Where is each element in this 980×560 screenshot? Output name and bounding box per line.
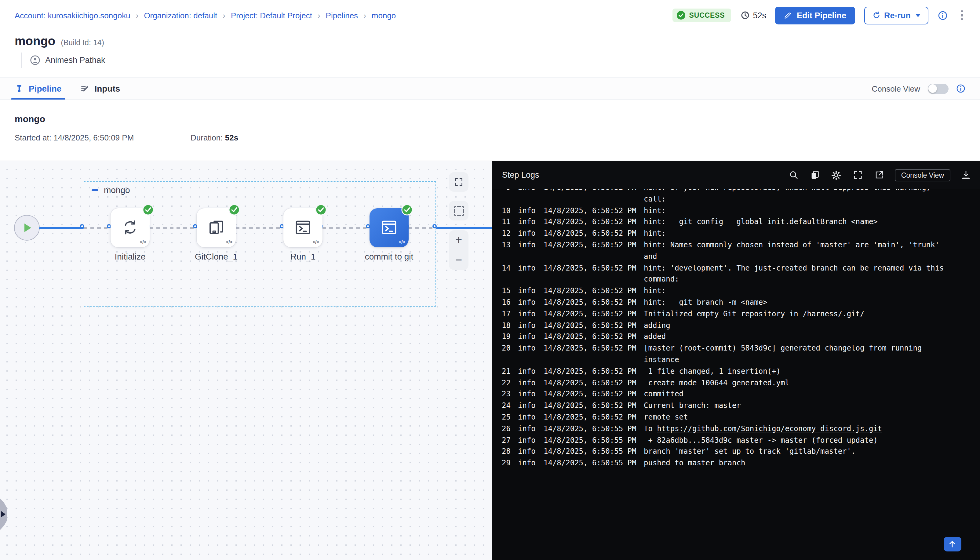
log-level: info (518, 366, 536, 377)
terminal-icon (379, 218, 399, 237)
success-check-icon (315, 204, 327, 215)
inputs-icon (80, 84, 90, 93)
log-level: info (518, 262, 536, 285)
build-id: (Build Id: 14) (61, 38, 104, 47)
log-line-number: 23 (500, 389, 511, 400)
pipeline-step-node[interactable]: </> (370, 208, 408, 247)
fullscreen-button[interactable] (449, 172, 468, 192)
breadcrumb-separator: › (318, 11, 320, 20)
duration-text: 52s (753, 11, 766, 20)
more-options-button[interactable] (957, 8, 967, 23)
log-timestamp: 14/8/2025, 6:50:52 PM (543, 205, 637, 217)
console-view-label: Console View (872, 84, 920, 93)
info-icon[interactable] (955, 84, 965, 93)
arrow-right-icon (1, 511, 5, 517)
success-check-icon (401, 204, 413, 215)
log-row: 29 info 14/8/2025, 6:50:55 PM pushed to … (500, 457, 980, 469)
log-level: info (518, 331, 536, 343)
log-row: 15 info 14/8/2025, 6:50:52 PM hint: (500, 285, 980, 297)
copy-icon[interactable] (810, 170, 821, 180)
connector-line (436, 227, 492, 229)
log-message: added (644, 331, 952, 343)
log-timestamp: 14/8/2025, 6:50:52 PM (543, 389, 637, 400)
log-timestamp: 14/8/2025, 6:50:52 PM (543, 320, 637, 331)
started-at: Started at: 14/8/2025, 6:50:09 PM (15, 133, 190, 142)
log-line-number: 27 (500, 435, 511, 446)
info-icon[interactable] (938, 10, 948, 20)
zoom-out-button[interactable]: − (449, 250, 468, 270)
log-row: 18 info 14/8/2025, 6:50:52 PM adding (500, 320, 980, 331)
log-row: 17 info 14/8/2025, 6:50:52 PM Initialize… (500, 308, 980, 320)
edit-pipeline-button[interactable]: Edit Pipeline (775, 7, 855, 24)
toggle-knob (928, 84, 937, 93)
log-row: 10 info 14/8/2025, 6:50:52 PM hint: (500, 205, 980, 217)
marquee-select-button[interactable] (449, 201, 468, 220)
log-message: hint: (644, 228, 952, 239)
log-link[interactable]: https://github.com/Sonichigo/economy-dis… (657, 424, 882, 433)
log-message: To https://github.com/Sonichigo/economy-… (644, 423, 952, 435)
log-line-number: 9 (500, 189, 511, 205)
fullscreen-icon (454, 177, 463, 187)
tab-inputs[interactable]: Inputs (80, 78, 120, 100)
zoom-in-button[interactable]: + (449, 230, 468, 250)
log-row: 27 info 14/8/2025, 6:50:55 PM + 82a6dbb.… (500, 435, 980, 446)
log-row: 25 info 14/8/2025, 6:50:52 PM remote set (500, 412, 980, 423)
main-area: mongo </> In (0, 161, 980, 560)
code-glyph: </> (226, 239, 232, 245)
breadcrumb-link[interactable]: Project: Default Project (231, 11, 312, 20)
pipeline-step-node[interactable]: </> (197, 208, 236, 247)
scroll-to-top-button[interactable] (943, 537, 961, 552)
pipeline-execution-page: Account: kurosakiichigo.songoku›Organiza… (0, 0, 980, 560)
pipeline-step-node[interactable]: </> (283, 208, 322, 247)
expand-fullscreen-icon[interactable] (852, 170, 863, 180)
log-level: info (518, 435, 536, 446)
pipeline-start-node[interactable] (14, 215, 40, 241)
log-timestamp: 14/8/2025, 6:50:52 PM (543, 308, 637, 320)
log-timestamp: 14/8/2025, 6:50:52 PM (543, 377, 637, 389)
log-timestamp: 14/8/2025, 6:50:52 PM (543, 366, 637, 377)
pipeline-graph-canvas[interactable]: mongo </> In (0, 161, 492, 560)
log-message: branch 'master' set up to track 'gitlab/… (644, 446, 952, 458)
log-timestamp: 14/8/2025, 6:50:52 PM (543, 331, 637, 343)
log-line-number: 20 (500, 343, 511, 365)
breadcrumb-separator: › (223, 11, 225, 20)
connector-line (84, 227, 110, 229)
log-level: info (518, 423, 536, 435)
collapse-icon[interactable] (92, 189, 98, 191)
console-view-toggle[interactable] (927, 83, 948, 94)
download-icon[interactable] (960, 170, 972, 180)
arrow-up-icon (948, 540, 957, 548)
breadcrumb-link[interactable]: mongo (372, 11, 396, 20)
log-line-number: 10 (500, 205, 511, 217)
log-line-number: 19 (500, 331, 511, 343)
connector-line (236, 227, 283, 229)
rerun-button[interactable]: Re-run (864, 7, 928, 24)
status-text: SUCCESS (689, 12, 725, 19)
tab-pipeline[interactable]: Pipeline (15, 78, 62, 100)
log-timestamp: 14/8/2025, 6:50:52 PM (543, 262, 637, 285)
log-timestamp: 14/8/2025, 6:50:55 PM (543, 457, 637, 469)
log-level: info (518, 457, 536, 469)
settings-gear-icon[interactable] (831, 170, 842, 180)
page-title: mongo (15, 34, 55, 48)
log-row: 20 info 14/8/2025, 6:50:52 PM [master (r… (500, 343, 980, 365)
open-external-icon[interactable] (874, 170, 885, 180)
log-row: 22 info 14/8/2025, 6:50:52 PM create mod… (500, 377, 980, 389)
log-message: hint: git config --global init.defaultBr… (644, 217, 952, 228)
breadcrumb-link[interactable]: Pipelines (326, 11, 358, 20)
log-row: 19 info 14/8/2025, 6:50:52 PM added (500, 331, 980, 343)
log-message: hint: Names commonly chosen instead of '… (644, 239, 952, 262)
log-row: 9 info 14/8/2025, 6:50:52 PM hint: of yo… (500, 189, 980, 205)
marquee-icon (454, 206, 463, 215)
success-check-icon (228, 204, 240, 215)
search-icon[interactable] (788, 170, 799, 180)
stage-group-header[interactable]: mongo (92, 185, 130, 195)
step-logs-panel: Step Logs Console View 9 info 14/8/2025,… (492, 161, 980, 560)
breadcrumb-link[interactable]: Account: kurosakiichigo.songoku (15, 11, 130, 20)
log-level: info (518, 205, 536, 217)
expand-panel-handle[interactable] (0, 498, 7, 530)
pipeline-step-node[interactable]: </> (110, 208, 150, 247)
console-view-button[interactable]: Console View (895, 169, 950, 181)
breadcrumb-link[interactable]: Organization: default (144, 11, 217, 20)
log-level: info (518, 377, 536, 389)
